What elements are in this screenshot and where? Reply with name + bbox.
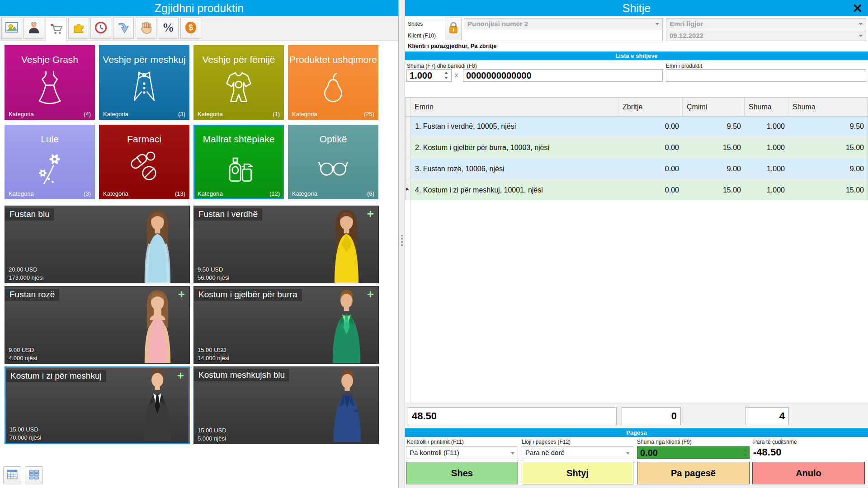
category-tile-mallrat-shtepiake[interactable]: Mallrat shtëpiake Kategoria(12) xyxy=(193,125,284,199)
table-view-button[interactable] xyxy=(3,466,21,484)
pictures-tab-button[interactable] xyxy=(1,18,22,39)
category-label: Kategoria xyxy=(103,190,128,197)
payment-type-select[interactable]: Para në dorë xyxy=(522,446,633,459)
category-name: Optikë xyxy=(288,134,378,145)
column-header-shuma-2[interactable]: Shuma xyxy=(788,98,868,116)
in-cart-plus-badge: + xyxy=(178,287,185,301)
discount-tab-button[interactable]: % xyxy=(158,18,179,39)
in-cart-plus-badge: + xyxy=(177,369,184,383)
right-window-title: Shitje xyxy=(405,0,868,16)
payment-tab-button[interactable]: $ xyxy=(180,18,201,39)
chevron-down-icon xyxy=(656,23,659,25)
cart-tab-button[interactable] xyxy=(46,18,66,42)
product-price: 20.00 USD xyxy=(9,266,38,273)
row-indicator xyxy=(406,117,410,136)
return-tab-button[interactable] xyxy=(113,18,134,39)
column-header-cmimi[interactable]: Çmimi xyxy=(683,98,745,116)
print-control-select[interactable]: Pa kontroll (F11) xyxy=(406,446,518,459)
category-tile-lule[interactable]: Lule Kategoria(3) xyxy=(5,125,95,199)
history-tab-button[interactable] xyxy=(90,18,111,39)
lock-button[interactable] xyxy=(445,18,462,40)
category-count: (6) xyxy=(367,190,374,197)
category-tile-farmaci[interactable]: Farmaci Kategoria(13) xyxy=(99,125,189,199)
sales-list-header: Lista e shitjeve xyxy=(405,52,868,60)
modules-tab-button[interactable] xyxy=(68,18,89,39)
flowers-icon xyxy=(32,148,67,190)
legal-name-select[interactable]: Emri ligjor xyxy=(666,18,866,29)
no-payment-button[interactable]: Pa pagesë xyxy=(637,462,750,484)
table-row-current[interactable]: ▶ 4. Kostum i zi për meshkuj, 10001, një… xyxy=(406,180,868,200)
column-header-emrin[interactable]: Emrin xyxy=(410,98,618,116)
product-name: Fustan rozë xyxy=(5,289,59,301)
cancel-button[interactable]: Anulo xyxy=(752,462,865,484)
total-discount: 0 xyxy=(622,407,681,425)
table-row[interactable]: 1. Fustan i verdhë, 10005, njësi 0.00 9.… xyxy=(406,117,868,136)
category-label: Kategoria xyxy=(198,190,223,197)
barcode-input[interactable]: 0000000000000 xyxy=(463,69,663,82)
seller-label: Shitës xyxy=(408,21,423,27)
column-header-shuma[interactable]: Shuma xyxy=(745,98,788,116)
total-sum: 48.50 xyxy=(408,407,617,425)
panel-splitter[interactable] xyxy=(399,0,405,488)
sell-button[interactable]: Shes xyxy=(406,462,518,484)
qty-barcode-label: Shuma (F7) dhe barkodi (F8) xyxy=(407,63,477,69)
category-name: Veshje për meshkuj xyxy=(99,54,189,65)
onesie-icon xyxy=(221,69,256,110)
client-input[interactable] xyxy=(464,30,663,41)
toolbar: % $ xyxy=(0,16,398,41)
tile-view-button[interactable] xyxy=(25,466,43,484)
postpone-button[interactable]: Shtyj xyxy=(522,462,633,484)
product-name-input[interactable] xyxy=(666,69,866,82)
product-stock: 4.000 njësi xyxy=(9,355,37,361)
product-tile-kostum-zi[interactable]: Kostum i zi për meshkuj + 15.00 USD 70.0… xyxy=(5,366,190,444)
category-tile-veshje-grash[interactable]: Veshje Grash Kategoria(4) xyxy=(5,45,95,120)
sales-table-body: 1. Fustan i verdhë, 10005, njësi 0.00 9.… xyxy=(405,117,868,200)
column-header-zbritje[interactable]: Zbritje xyxy=(618,98,683,116)
category-label: Kategoria xyxy=(292,111,317,117)
product-tile-fustan-i-verdhe[interactable]: Fustan i verdhë + 9.50 USD 56.000 njësi xyxy=(193,206,379,283)
category-tile-veshje-meshkuj[interactable]: Veshje për meshkuj Kategoria(3) xyxy=(99,45,189,120)
product-tile-kostum-blu[interactable]: Kostum meshkujsh blu 15.00 USD 5.000 një… xyxy=(193,366,379,444)
lock-icon xyxy=(448,20,459,38)
quantity-input[interactable]: 1.000 xyxy=(406,69,452,82)
payment-type-label: Lloji i pageses (F12) xyxy=(522,439,571,445)
tuxedo-icon xyxy=(127,69,162,110)
product-stock: 56.000 njësi xyxy=(198,274,229,281)
category-tile-optike[interactable]: Optikë Kategoria(6) xyxy=(288,125,378,199)
category-name: Lule xyxy=(5,134,95,145)
customer-amount-stepper[interactable] xyxy=(742,449,748,457)
current-row-marker-icon: ▶ xyxy=(406,187,409,191)
date-select[interactable]: 09.12.2022 xyxy=(666,30,866,41)
category-tile-veshje-femije[interactable]: Veshje për fëmijë Kategoria(1) xyxy=(193,45,284,120)
sales-table-header: Emrin Zbritje Çmimi Shuma Shuma xyxy=(405,97,868,117)
print-control-label: Kontrolli i printimit (F11) xyxy=(407,439,464,445)
product-stock: 70.000 njësi xyxy=(9,434,41,441)
svg-text:$: $ xyxy=(189,23,193,32)
category-count: (4) xyxy=(84,111,91,117)
product-name: Fustan blu xyxy=(5,208,54,221)
category-label: Kategoria xyxy=(9,190,34,197)
close-icon[interactable]: ✕ xyxy=(852,1,863,16)
product-tile-fustan-blu[interactable]: Fustan blu 20.00 USD 173.000 njësi xyxy=(5,206,190,283)
seller-select[interactable]: Punonjësi numër 2 xyxy=(464,18,663,29)
client-label: Klient (F10) xyxy=(408,33,436,39)
product-tile-kostum-gjelber[interactable]: Kostum i gjelbër për burra + 15.00 USD 1… xyxy=(193,286,379,364)
hold-tab-button[interactable] xyxy=(136,18,156,39)
product-name: Kostum i gjelbër për burra xyxy=(194,289,302,301)
employee-tab-button[interactable] xyxy=(24,18,44,39)
splitter-grip[interactable] xyxy=(401,235,403,248)
in-cart-plus-badge: + xyxy=(367,287,374,301)
quantity-stepper[interactable] xyxy=(443,71,449,80)
table-row[interactable]: 3. Fustan rozë, 10006, njësi 0.00 9.00 1… xyxy=(406,159,868,179)
category-count: (12) xyxy=(269,190,280,197)
category-name: Veshje Grash xyxy=(5,54,95,65)
grid-gutter-line xyxy=(410,199,410,404)
category-tile-produktet-ushqimore[interactable]: Produktet ushqimore Kategoria(25) xyxy=(288,45,378,120)
product-tile-fustan-roze[interactable]: Fustan rozë + 9.00 USD 4.000 njësi xyxy=(5,286,190,364)
client-note: Klienti i parazgjedhur, Pa zbritje xyxy=(408,42,497,49)
row-indicator xyxy=(406,159,410,179)
category-name: Produktet ushqimore xyxy=(288,54,378,65)
table-row[interactable]: 2. Kostum i gjelbër për burra, 10003, nj… xyxy=(406,138,868,158)
chevron-down-icon xyxy=(511,452,514,455)
customer-amount-input[interactable]: 0.00 xyxy=(637,446,750,459)
